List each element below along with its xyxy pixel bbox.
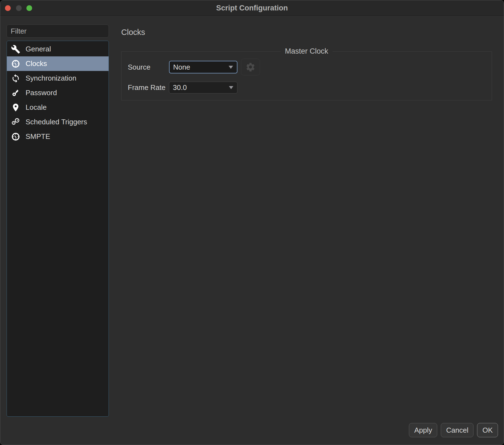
chevron-down-icon	[229, 86, 233, 89]
sidebar-item-label: Locale	[26, 103, 47, 112]
apply-button[interactable]: Apply	[409, 423, 437, 437]
sidebar-item-clocks[interactable]: Clocks	[7, 56, 109, 71]
sidebar-item-smpte[interactable]: SMPTE	[7, 129, 109, 144]
cancel-button[interactable]: Cancel	[441, 423, 473, 437]
sidebar-item-locale[interactable]: Locale	[7, 100, 109, 115]
titlebar[interactable]: Script Configuration	[0, 0, 504, 16]
script-configuration-dialog: Script Configuration GeneralClocksSynchr…	[0, 0, 504, 445]
window-title: Script Configuration	[0, 4, 504, 12]
settings-nav-list: GeneralClocksSynchronizationPasswordLoca…	[7, 41, 109, 417]
source-dropdown-value: None	[173, 63, 190, 72]
frame-rate-dropdown[interactable]: 30.0	[169, 82, 237, 94]
sidebar-item-label: Clocks	[26, 59, 47, 68]
sidebar-item-label: SMPTE	[26, 132, 50, 141]
master-clock-group: Master Clock Source None Frame Rate 30.0	[121, 51, 492, 100]
wrench-icon	[10, 44, 21, 54]
frame-rate-label: Frame Rate	[128, 82, 165, 94]
sidebar-item-label: Password	[26, 89, 57, 97]
ok-button[interactable]: OK	[477, 423, 498, 437]
page-title: Clocks	[121, 28, 145, 37]
sidebar-item-label: General	[26, 45, 51, 53]
dialog-buttons: ApplyCancelOK	[409, 423, 498, 437]
sync-icon	[10, 73, 21, 84]
key-icon	[10, 88, 21, 98]
source-dropdown[interactable]: None	[169, 61, 237, 73]
sidebar-item-general[interactable]: General	[7, 42, 109, 56]
sidebar-item-synchronization[interactable]: Synchronization	[7, 71, 109, 86]
sidebar-item-password[interactable]: Password	[7, 86, 109, 100]
filter-input[interactable]	[7, 24, 109, 38]
sidebar-item-label: Synchronization	[26, 74, 76, 83]
frame-rate-dropdown-value: 30.0	[173, 83, 187, 92]
clocks-pair-icon	[10, 117, 21, 127]
source-label: Source	[128, 61, 150, 73]
clock-dial-icon	[10, 131, 21, 142]
gear-icon	[245, 62, 256, 72]
clock-icon	[10, 59, 21, 69]
sidebar-item-label: Scheduled Triggers	[26, 118, 87, 126]
group-title: Master Clock	[281, 47, 333, 56]
chevron-down-icon	[229, 66, 233, 69]
map-pin-icon	[10, 102, 21, 113]
sidebar-item-scheduled-triggers[interactable]: Scheduled Triggers	[7, 115, 109, 129]
clock-settings-button[interactable]	[241, 59, 260, 75]
